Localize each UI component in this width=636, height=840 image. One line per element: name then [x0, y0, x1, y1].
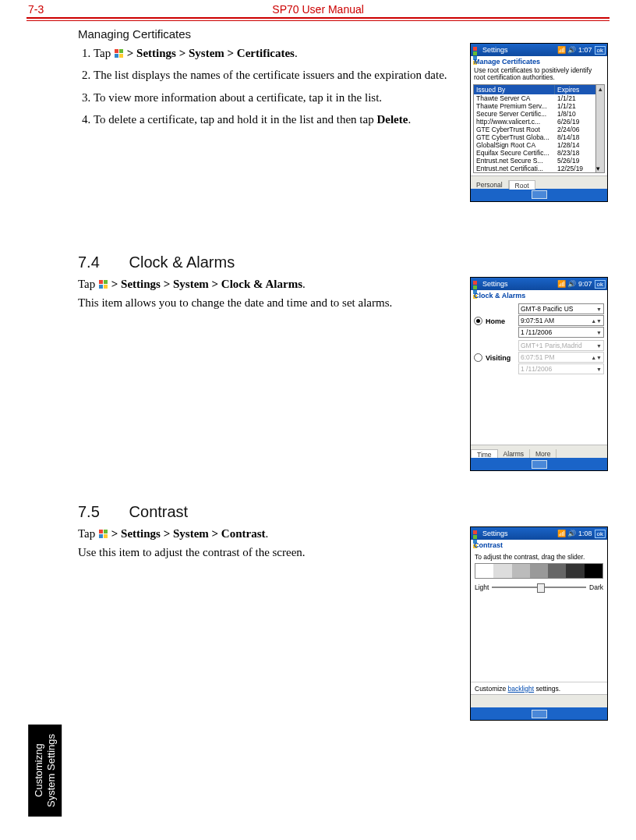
titlebar-time: 1:07 — [578, 46, 592, 54]
tab-personal[interactable]: Personal — [471, 180, 509, 189]
home-time[interactable]: 9:07:51 AM▲▼ — [518, 315, 604, 326]
cert-expires: 1/1/21 — [555, 94, 595, 102]
slider-left-label: Light — [475, 583, 489, 591]
contrast-footer: Customize backlight settings. — [471, 682, 607, 695]
cert-expires: 8/14/18 — [555, 133, 595, 141]
keyboard-icon[interactable] — [532, 190, 547, 199]
contrast-heading: 7.5 Contrast — [78, 503, 608, 521]
backlight-link[interactable]: backlight — [508, 685, 535, 693]
col-issued-by[interactable]: Issued By — [474, 85, 555, 94]
scrollbar-track[interactable] — [595, 133, 604, 141]
cert-expires: 8/23/18 — [555, 149, 595, 157]
certs-step-2: The list displays the names of the certi… — [94, 67, 452, 83]
titlebar-title: Settings — [482, 280, 556, 288]
visiting-time[interactable]: 6:07:51 PM▲▼ — [518, 352, 604, 363]
titlebar-time: 1:08 — [578, 530, 592, 537]
cert-row[interactable]: Thawte Premium Serv...1/1/21 — [474, 102, 604, 110]
cert-issuer: http://www.valicert.c... — [474, 118, 555, 126]
start-icon[interactable] — [472, 530, 480, 537]
device-subtitle: Clock & Alarms — [471, 290, 607, 300]
device-subtitle: Contrast — [471, 540, 607, 550]
start-icon[interactable] — [472, 46, 480, 54]
visiting-row: Visiting GMT+1 Paris,Madrid▼ 6:07:51 PM▲… — [474, 340, 604, 375]
cert-expires: 1/1/21 — [555, 102, 595, 110]
cert-row[interactable]: Equifax Secure Certific...8/23/18 — [474, 149, 604, 157]
scrollbar-track[interactable]: ▾ — [595, 165, 604, 172]
clock-path-line: Tap > Settings > System > Clock & Alarms… — [78, 276, 444, 292]
device-tabs: Personal Root — [471, 175, 607, 189]
visiting-radio[interactable] — [474, 353, 482, 362]
device-tabs — [471, 694, 607, 707]
scrollbar-track[interactable] — [595, 126, 604, 133]
cert-row[interactable]: GTE CyberTrust Root2/24/06 — [474, 126, 604, 133]
contrast-slider[interactable]: Light Dark — [475, 583, 603, 591]
visiting-date[interactable]: 1 /11/2006▼ — [518, 363, 604, 374]
cert-row[interactable]: http://www.valicert.c...6/26/19 — [474, 118, 604, 126]
cert-issuer: Entrust.net Certificati... — [474, 165, 555, 172]
chapter-tab: CustomizngSystem Settings — [28, 725, 62, 817]
cert-row[interactable]: GTE CyberTrust Globa...8/14/18 — [474, 133, 604, 141]
keyboard-icon[interactable] — [532, 710, 547, 718]
cert-issuer: Secure Server Certific... — [474, 110, 555, 118]
device-note: Use root certificates to positively iden… — [471, 66, 607, 84]
tab-alarms[interactable]: Alarms — [498, 449, 530, 458]
start-icon — [114, 48, 124, 58]
cert-row[interactable]: Thawte Server CA1/1/21 — [474, 94, 604, 102]
cert-issuer: GTE CyberTrust Globa... — [474, 133, 555, 141]
scrollbar-track[interactable] — [595, 118, 604, 126]
device-bottombar — [471, 189, 607, 201]
scroll-up[interactable]: ▴ — [595, 85, 604, 94]
tab-root[interactable]: Root — [509, 180, 535, 190]
cert-table: Issued By Expires ▴ Thawte Server CA1/1/… — [473, 84, 605, 173]
home-timezone[interactable]: GMT-8 Pacific US▼ — [518, 303, 604, 314]
slider-thumb[interactable] — [537, 583, 545, 593]
device-subtitle: Manage Certificates — [471, 56, 607, 66]
ok-button[interactable]: ok — [595, 530, 606, 538]
scrollbar-track[interactable] — [595, 110, 604, 118]
cert-row[interactable]: Secure Server Certific...1/8/10 — [474, 110, 604, 118]
device-bottombar — [471, 458, 607, 470]
device-titlebar: Settings 📶🔊 1:08 ok — [471, 527, 607, 540]
cert-expires: 12/25/19 — [555, 165, 595, 172]
cert-expires: 6/26/19 — [555, 118, 595, 126]
cert-row[interactable]: GlobalSign Root CA1/28/14 — [474, 141, 604, 149]
clock-desc: This item allows you to change the date … — [78, 295, 444, 310]
clock-device: Settings 📶🔊 9:07 ok Clock & Alarms Home … — [470, 277, 608, 471]
certs-steps: Tap > Settings > System > Certificates. … — [78, 45, 452, 127]
cert-row[interactable]: Entrust.net Secure S...5/26/19 — [474, 157, 604, 165]
scrollbar-track[interactable] — [595, 102, 604, 110]
contrast-device: Settings 📶🔊 1:08 ok Contrast To adjust t… — [470, 526, 608, 721]
device-titlebar: Settings 📶🔊 9:07 ok — [471, 278, 607, 290]
visiting-timezone[interactable]: GMT+1 Paris,Madrid▼ — [518, 340, 604, 351]
start-icon — [98, 529, 108, 538]
cert-issuer: Entrust.net Secure S... — [474, 157, 555, 165]
contrast-path-line: Tap > Settings > System > Contrast. — [78, 526, 444, 541]
home-radio[interactable] — [474, 317, 482, 325]
col-expires[interactable]: Expires — [555, 85, 595, 94]
status-icons: 📶🔊 — [556, 280, 576, 288]
scrollbar-track[interactable] — [595, 157, 604, 165]
ok-button[interactable]: ok — [595, 280, 606, 289]
device-bottombar — [471, 707, 607, 720]
cert-issuer: Thawte Server CA — [474, 94, 555, 102]
home-date[interactable]: 1 /11/2006▼ — [518, 327, 604, 338]
scrollbar-track[interactable] — [595, 94, 604, 102]
visiting-label: Visiting — [486, 354, 518, 362]
cert-expires: 1/28/14 — [555, 141, 595, 149]
header-rule — [26, 17, 610, 21]
titlebar-title: Settings — [482, 46, 556, 54]
cert-expires: 2/24/06 — [555, 126, 595, 133]
tab-more[interactable]: More — [530, 449, 556, 458]
contrast-gradient — [475, 563, 603, 579]
ok-button[interactable]: ok — [595, 46, 606, 55]
scrollbar-track[interactable] — [595, 149, 604, 157]
cert-row[interactable]: Entrust.net Certificati...12/25/19▾ — [474, 165, 604, 172]
titlebar-time: 9:07 — [578, 280, 592, 288]
titlebar-title: Settings — [482, 530, 556, 537]
device-tabs: Time Alarms More — [471, 445, 607, 458]
scrollbar-track[interactable] — [595, 141, 604, 149]
certs-step-4: To delete a certificate, tap and hold it… — [94, 112, 452, 127]
manual-title: SP70 User Manual — [272, 3, 364, 16]
keyboard-icon[interactable] — [532, 460, 547, 469]
start-icon[interactable] — [472, 280, 480, 288]
